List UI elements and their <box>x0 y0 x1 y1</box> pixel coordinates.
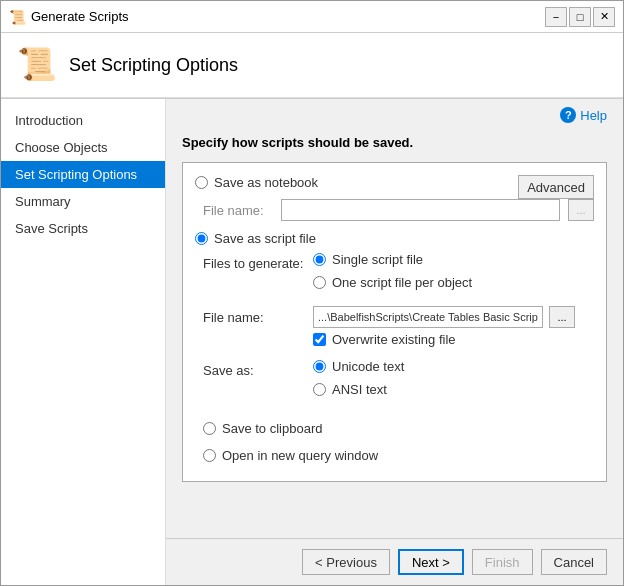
minimize-button[interactable]: − <box>545 7 567 27</box>
sidebar-item-set-scripting-options[interactable]: Set Scripting Options <box>1 161 165 188</box>
unicode-radio[interactable] <box>313 360 326 373</box>
sidebar-item-summary[interactable]: Summary <box>1 188 165 215</box>
footer: < Previous Next > Finish Cancel <box>166 538 623 585</box>
unicode-row: Unicode text <box>313 359 594 374</box>
files-to-generate-label: Files to generate: <box>203 252 313 271</box>
help-link[interactable]: ? Help <box>560 107 607 123</box>
sidebar-item-choose-objects[interactable]: Choose Objects <box>1 134 165 161</box>
script-browse-button[interactable]: ... <box>549 306 575 328</box>
script-file-label[interactable]: Save as script file <box>214 231 316 246</box>
help-label: Help <box>580 108 607 123</box>
advanced-button[interactable]: Advanced <box>518 175 594 199</box>
unicode-label[interactable]: Unicode text <box>332 359 404 374</box>
title-bar-left: 📜 Generate Scripts <box>9 9 129 25</box>
script-file-radio[interactable] <box>195 232 208 245</box>
script-filename-input[interactable] <box>313 306 543 328</box>
notebook-filename-label: File name: <box>203 203 273 218</box>
overwrite-checkbox-row: Overwrite existing file <box>313 332 594 347</box>
notebook-filename-input <box>281 199 560 221</box>
header-title: Set Scripting Options <box>69 55 238 76</box>
title-bar-controls: − □ ✕ <box>545 7 615 27</box>
notebook-section: Save as notebook Advanced File name: ... <box>195 175 594 221</box>
files-to-generate-value: Single script file One script file per o… <box>313 252 594 296</box>
window-title: Generate Scripts <box>31 9 129 24</box>
sidebar-item-save-scripts[interactable]: Save Scripts <box>1 215 165 242</box>
main-content: Specify how scripts should be saved. Sav… <box>166 127 623 538</box>
close-button[interactable]: ✕ <box>593 7 615 27</box>
single-script-label[interactable]: Single script file <box>332 252 423 267</box>
app-icon: 📜 <box>9 9 25 25</box>
main-window: 📜 Generate Scripts − □ ✕ 📜 Set Scripting… <box>0 0 624 586</box>
maximize-button[interactable]: □ <box>569 7 591 27</box>
header-area: 📜 Set Scripting Options <box>1 33 623 99</box>
cancel-button[interactable]: Cancel <box>541 549 607 575</box>
notebook-row-wrap: Save as notebook Advanced <box>195 175 594 199</box>
notebook-browse-button: ... <box>568 199 594 221</box>
finish-button: Finish <box>472 549 533 575</box>
clipboard-label[interactable]: Save to clipboard <box>222 421 322 436</box>
sidebar-item-introduction[interactable]: Introduction <box>1 107 165 134</box>
open-query-row: Open in new query window <box>203 448 594 463</box>
script-options-grid: Files to generate: Single script file On… <box>195 252 594 403</box>
save-to-clipboard-row: Save to clipboard <box>203 421 594 436</box>
header-section: 📜 Set Scripting Options <box>1 33 623 98</box>
options-box: Save as notebook Advanced File name: ... <box>182 162 607 482</box>
ansi-row: ANSI text <box>313 382 594 397</box>
one-per-object-radio[interactable] <box>313 276 326 289</box>
query-window-radio[interactable] <box>203 449 216 462</box>
ansi-radio[interactable] <box>313 383 326 396</box>
query-window-label[interactable]: Open in new query window <box>222 448 378 463</box>
save-as-script-row: Save as script file <box>195 231 594 246</box>
script-filename-row: ... <box>313 306 594 328</box>
save-as-label: Save as: <box>203 359 313 378</box>
title-bar: 📜 Generate Scripts − □ ✕ <box>1 1 623 33</box>
main-panel: ? Help Specify how scripts should be sav… <box>166 99 623 585</box>
clipboard-radio[interactable] <box>203 422 216 435</box>
one-per-object-row: One script file per object <box>313 275 594 290</box>
overwrite-label[interactable]: Overwrite existing file <box>332 332 456 347</box>
script-filename-label: File name: <box>203 306 313 325</box>
instructions-text: Specify how scripts should be saved. <box>182 135 607 150</box>
help-icon: ? <box>560 107 576 123</box>
save-as-notebook-row: Save as notebook <box>195 175 318 190</box>
single-script-row: Single script file <box>313 252 594 267</box>
single-script-radio[interactable] <box>313 253 326 266</box>
bottom-options: Save to clipboard Open in new query wind… <box>195 413 594 469</box>
ansi-label[interactable]: ANSI text <box>332 382 387 397</box>
notebook-filename-row: File name: ... <box>195 199 594 221</box>
sidebar: Introduction Choose Objects Set Scriptin… <box>1 99 166 585</box>
overwrite-checkbox[interactable] <box>313 333 326 346</box>
content-area: Introduction Choose Objects Set Scriptin… <box>1 99 623 585</box>
notebook-label[interactable]: Save as notebook <box>214 175 318 190</box>
notebook-radio[interactable] <box>195 176 208 189</box>
header-icon: 📜 <box>17 45 57 85</box>
save-as-value: Unicode text ANSI text <box>313 359 594 403</box>
previous-button[interactable]: < Previous <box>302 549 390 575</box>
one-per-object-label[interactable]: One script file per object <box>332 275 472 290</box>
main-header: ? Help <box>166 99 623 127</box>
script-filename-value: ... Overwrite existing file <box>313 306 594 347</box>
next-button[interactable]: Next > <box>398 549 464 575</box>
